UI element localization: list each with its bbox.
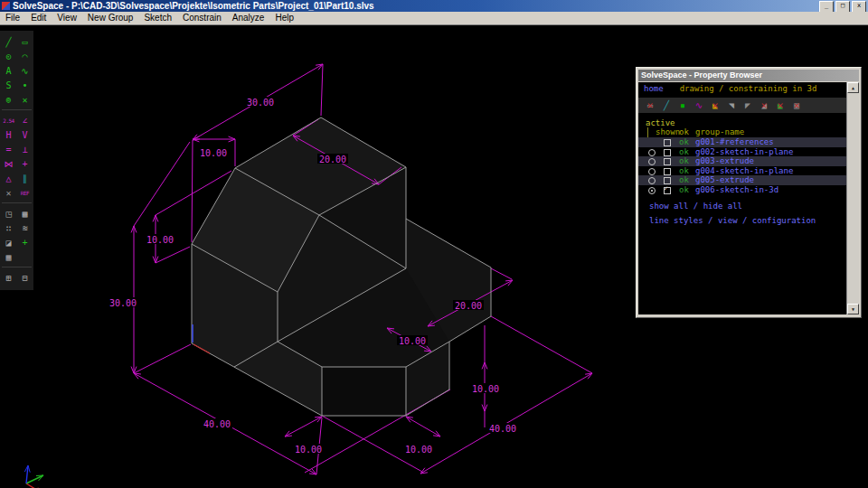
dimension-extension-line [134,142,190,226]
group-name-link[interactable]: g006-sketch-in-3d [695,185,778,195]
dimension-label[interactable]: 10.00 [146,235,174,245]
view-link[interactable]: view [718,216,738,225]
column-header-ok: ok [679,127,689,137]
dimension-label[interactable]: 30.00 [109,298,137,308]
pb-box-crossed-icon[interactable]: ▣✕ [790,99,803,111]
equal-constraint-icon[interactable]: = [1,142,16,156]
scroll-down-icon[interactable]: ▼ [847,304,859,314]
active-group-radio[interactable] [648,177,656,184]
active-group-radio[interactable] [648,149,656,156]
scroll-up-icon[interactable]: ▲ [847,82,859,93]
midpoint-constraint-icon[interactable]: + [17,156,33,171]
group-name-link[interactable]: g003-extrude [695,156,754,166]
pb-line-icon[interactable]: ▭✕ [644,99,656,111]
hide-all-link[interactable]: hide all [703,202,742,211]
menu-item-analyze[interactable]: Analyze [227,12,270,24]
dimension-label[interactable]: 20.00 [319,155,346,164]
property-browser-body: homedrawing / constraining in 3d ▭✕╱▪∿◣✕… [638,82,859,314]
shown-checkbox[interactable] [664,139,671,146]
parallel-constraint-icon[interactable]: ∥ [17,171,33,185]
dimension-label[interactable]: 20.00 [455,301,482,311]
group-name-link[interactable]: g005-extrude [695,175,754,185]
horizontal-constraint-icon[interactable]: H [1,127,16,142]
group-name-link[interactable]: g002-sketch-in-plane [695,147,793,157]
link-recent-icon[interactable]: ⊟ [17,270,33,285]
translate-group-icon[interactable]: ≋ [17,221,33,235]
property-browser-titlebar[interactable]: SolveSpace - Property Browser [638,70,859,81]
distance-constraint-icon[interactable]: 2.54 [1,113,16,127]
link-file-icon[interactable]: ⊞ [1,270,16,285]
line-tool-icon[interactable]: ╱ [1,34,16,49]
tangent-arc-tool-icon[interactable]: ✕ [17,92,33,107]
active-group-radio[interactable] [648,168,656,175]
shown-checkbox[interactable] [664,168,671,175]
sketch-in-plane-icon[interactable]: ◪ [1,235,16,249]
menu-item-file[interactable]: File [0,12,25,24]
lathe-group-icon[interactable]: ▩ [17,206,33,221]
dimension-label[interactable]: 40.00 [203,419,231,429]
dimension-extension-line [491,268,512,279]
arc-tool-icon[interactable]: ◠ [17,49,33,63]
dimension-label[interactable]: 30.00 [247,98,274,108]
line-styles-link[interactable]: line styles [649,216,703,225]
circle-tool-icon[interactable]: ⊙ [1,49,16,63]
show-all-link[interactable]: show all [649,202,688,211]
shown-checkbox[interactable] [664,158,671,165]
dimension-label[interactable]: 10.00 [405,445,432,455]
drawing-area[interactable]: 30.0010.0020.0030.0010.0040.0010.0010.00… [0,25,868,488]
group-status: ok [679,166,689,176]
disabled-cross-icon: ✕ [774,99,787,111]
shown-checkbox[interactable]: ✓ [664,187,671,194]
menu-item-help[interactable]: Help [269,12,299,24]
reference-constraint-icon[interactable]: REF [17,185,33,200]
pb-wedge-gray2-icon[interactable]: ◤ [741,99,754,111]
dimension-label[interactable]: 10.00 [200,148,227,158]
property-browser-nav: homedrawing / constraining in 3d [638,82,859,96]
dimension-label[interactable]: 10.00 [472,384,499,394]
equal-angle-constraint-icon[interactable]: △ [1,171,16,185]
dimension-line[interactable] [406,417,440,436]
pb-wedge-crossed-icon[interactable]: ◢✕ [758,99,770,111]
extrude-group-icon[interactable]: ◳ [1,206,16,221]
scrollbar[interactable]: ▲ ▼ [846,82,859,314]
menu-item-constrain[interactable]: Constrain [177,12,227,24]
menu-item-view[interactable]: View [52,12,82,24]
pb-wedge-green-icon[interactable]: ◣✕ [774,99,787,111]
dimension-line[interactable] [285,417,322,436]
pb-wedge-gray1-icon[interactable]: ◥ [725,99,738,111]
configuration-link[interactable]: configuration [752,216,816,225]
menu-item-edit[interactable]: Edit [25,12,52,24]
text-tool-icon[interactable]: A [1,63,16,78]
symmetric-constraint-icon[interactable]: ⋈ [1,156,16,171]
perpendicular-constraint-icon[interactable]: ⊥ [17,142,33,156]
pb-point-icon[interactable]: ▪ [676,99,689,111]
bezier-tool-icon[interactable]: ∿ [17,63,33,78]
other-angle-constraint-icon[interactable]: ✕ [1,185,16,200]
spline-tool-icon[interactable]: S [1,78,16,92]
group-name-link[interactable]: g004-sketch-in-plane [695,166,793,176]
dimension-label[interactable]: 10.00 [295,445,322,455]
group-status: ok [679,137,689,147]
menu-item-sketch[interactable]: Sketch [138,12,177,24]
sketch-in-3d-icon[interactable]: + [17,235,33,249]
dimension-label[interactable]: 40.00 [489,424,516,434]
angle-constraint-icon[interactable]: ∠ [17,113,33,127]
shown-checkbox[interactable] [664,149,671,156]
dimension-label[interactable]: 10.00 [399,336,426,346]
construction-tool-icon[interactable]: ⊚ [1,92,16,107]
home-link[interactable]: home [644,84,664,93]
active-group-radio[interactable] [648,158,656,165]
pb-bezier-icon[interactable]: ∿ [693,99,705,111]
dimension-arrow [28,465,30,473]
vertical-constraint-icon[interactable]: V [17,127,33,142]
rectangle-tool-icon[interactable]: ▭ [17,34,33,49]
pb-segment-icon[interactable]: ╱ [660,99,673,111]
menu-item-new-group[interactable]: New Group [82,12,139,24]
rotate-group-icon[interactable]: ∷ [1,221,16,235]
active-group-radio[interactable] [648,187,656,194]
image-group-icon[interactable]: ▦ [1,249,16,264]
point-tool-icon[interactable]: • [17,78,33,92]
column-header-groupname: group-name [695,127,744,137]
group-name-link[interactable]: g001-#references [695,137,774,147]
pb-wedge-yellow-icon[interactable]: ◣✕ [709,99,722,111]
